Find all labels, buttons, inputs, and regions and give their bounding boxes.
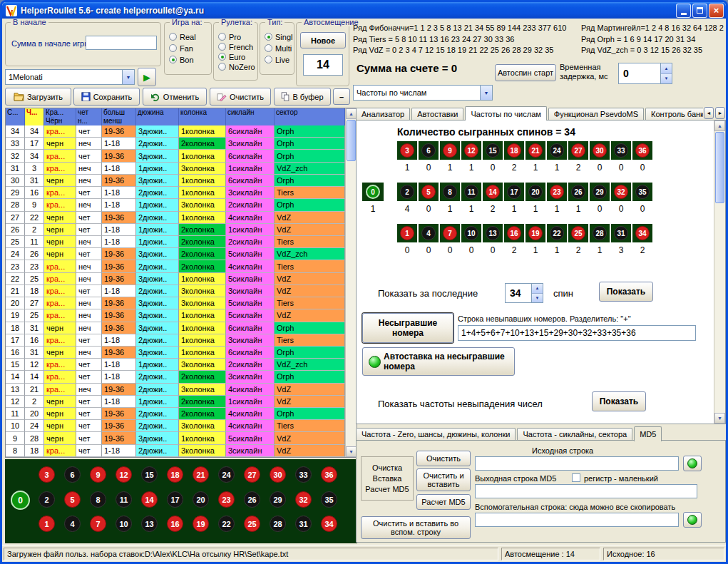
number-cell[interactable]: 17	[167, 491, 183, 508]
number-cell[interactable]: 31	[295, 516, 312, 532]
spin-down-icon[interactable]: ▼	[661, 74, 672, 84]
column-header[interactable]: чет	[76, 108, 102, 117]
number-cell[interactable]: 20	[193, 491, 209, 508]
number-cell[interactable]: 7	[90, 516, 106, 532]
clear-button[interactable]: Очистить	[210, 88, 271, 106]
close-button[interactable]: ×	[709, 4, 724, 18]
missed-numbers-button[interactable]: Несыгравшие номера	[362, 313, 453, 343]
scroll-down-icon[interactable]: ▼	[714, 413, 725, 424]
number-cell[interactable]: 26	[244, 491, 260, 508]
md5-clear-paste-button[interactable]: Очистить и вставить	[416, 468, 471, 491]
tab-scroll-left-icon[interactable]: ◄	[704, 107, 714, 119]
history-row[interactable]: 34 34 кра... чет 19-36 3дюжи.. 1колонка …	[6, 125, 345, 138]
spin-up-icon[interactable]: ▲	[661, 63, 672, 74]
tab[interactable]: Частота - Zero, шансы, дюжины, колонки	[356, 428, 516, 441]
register-checkbox[interactable]	[572, 473, 580, 482]
history-row[interactable]: 19 25 кра... неч 19-36 3дюжи.. 1колонка …	[6, 309, 345, 322]
column-header[interactable]: Ч...	[25, 108, 44, 117]
number-cell[interactable]: 36	[321, 466, 337, 483]
save-button[interactable]: Сохранить	[73, 88, 140, 106]
column-header[interactable]: колонка	[179, 108, 226, 117]
new-shift-button[interactable]: Новое	[300, 32, 346, 48]
number-cell[interactable]: 28	[270, 516, 286, 532]
md5-output-input[interactable]	[475, 484, 697, 498]
titlebar[interactable]: HelperRoullet 5.6- create helperroullet@…	[2, 2, 726, 19]
scroll-thumb[interactable]	[715, 132, 724, 203]
tab[interactable]: Частота - сиклайны, сектора	[517, 428, 632, 441]
md5-clear-paste-aux-button[interactable]: Очистить и вставить во вспом. строку	[361, 516, 471, 539]
column-header[interactable]: сиклайн	[226, 108, 275, 117]
show-nofall-button[interactable]: Показать	[592, 391, 646, 411]
history-row[interactable]: 29 16 кра... чет 1-18 2дюжи.. 1колонка 3…	[6, 187, 345, 199]
history-row[interactable]: 8 18 кра... чет 1-18 2дюжи.. 3колонка 3с…	[6, 445, 345, 457]
show-last-spinner[interactable]: 34 ▲ ▼	[505, 283, 543, 303]
history-row[interactable]: 23 23 кра... неч 19-36 2дюжи.. 2колонка …	[6, 260, 345, 272]
number-cell[interactable]: 25	[244, 516, 260, 532]
history-row[interactable]: 25 11 черн неч 1-18 1дюжи.. 2колонка 2си…	[6, 236, 345, 248]
history-row[interactable]: 13 21 кра... неч 19-36 2дюжи.. 3колонка …	[6, 384, 345, 396]
mode-combo[interactable]: Частоты по числам ▼	[353, 85, 493, 101]
md5-aux-ball-button[interactable]	[683, 512, 702, 528]
number-cell[interactable]: 2	[39, 491, 55, 508]
md5-clear-button[interactable]: Очистить	[416, 451, 471, 466]
history-row[interactable]: 11 20 черн чет 19-36 2дюжи.. 2колонка 4с…	[6, 408, 345, 420]
md5-calc-button[interactable]: Расчет MD5	[416, 494, 471, 510]
number-cell[interactable]: 21	[193, 466, 209, 483]
number-cell[interactable]: 16	[167, 516, 183, 532]
number-cell[interactable]: 14	[141, 491, 158, 508]
number-cell[interactable]: 3	[39, 466, 55, 483]
md5-aux-input[interactable]	[475, 513, 679, 527]
history-row[interactable]: 18 31 черн неч 19-36 3дюжи.. 1колонка 6с…	[6, 322, 345, 334]
spin-up-icon[interactable]: ▲	[532, 284, 543, 294]
history-row[interactable]: 15 12 кра... чет 1-18 1дюжи.. 3колонка 2…	[6, 359, 345, 371]
spin-down-icon[interactable]: ▼	[532, 294, 543, 303]
number-cell[interactable]: 13	[141, 516, 158, 532]
history-row[interactable]: 12 2 черн чет 1-18 1дюжи.. 2колонка 1сик…	[6, 396, 345, 408]
number-cell[interactable]: 27	[244, 466, 260, 483]
history-row[interactable]: 20 27 кра... неч 19-36 3дюжи.. 3колонка …	[6, 297, 345, 309]
preset-combo[interactable]: 1Melonati ▼	[5, 69, 135, 85]
number-cell[interactable]: 8	[90, 491, 106, 508]
combo-dropdown-icon[interactable]: ▼	[480, 86, 492, 100]
scroll-up-icon[interactable]: ▲	[346, 108, 357, 119]
history-row[interactable]: 10 24 черн чет 19-36 2дюжи.. 3колонка 4с…	[6, 420, 345, 432]
number-cell[interactable]: 29	[270, 491, 286, 508]
number-cell[interactable]: 23	[218, 491, 235, 508]
history-row[interactable]: 17 16 кра... чет 1-18 2дюжи.. 1колонка 3…	[6, 334, 345, 347]
undo-button[interactable]: Отменить	[143, 88, 207, 106]
scroll-up-icon[interactable]: ▲	[714, 121, 725, 131]
number-cell[interactable]: 9	[90, 466, 106, 483]
show-last-button[interactable]: Показать	[599, 282, 653, 302]
number-cell[interactable]: 18	[167, 466, 183, 483]
history-row[interactable]: 9 28 черн чет 19-36 3дюжи.. 1колонка 5си…	[6, 432, 345, 444]
number-cell[interactable]: 30	[270, 466, 286, 483]
minimize-button[interactable]	[676, 4, 691, 18]
column-header[interactable]: дюжина	[136, 108, 179, 117]
delay-spinner[interactable]: 0 ▲ ▼	[618, 63, 672, 84]
column-header[interactable]: Кра...	[44, 108, 76, 117]
tab[interactable]: Анализатор	[356, 108, 410, 121]
number-cell[interactable]: 19	[193, 516, 209, 532]
number-cell[interactable]: 15	[141, 466, 158, 483]
history-row[interactable]: 22 25 кра... неч 19-36 3дюжи.. 1колонка …	[6, 273, 345, 285]
history-row[interactable]: 24 26 черн чет 19-36 3дюжи.. 2колонка 5с…	[6, 248, 345, 260]
radio-option[interactable]: Singl	[265, 32, 292, 41]
number-cell[interactable]: 4	[64, 516, 81, 532]
number-cell[interactable]: 10	[116, 516, 132, 532]
missed-numbers-input[interactable]	[458, 325, 696, 341]
collapse-button[interactable]: –	[333, 88, 350, 105]
number-cell[interactable]: 11	[116, 491, 132, 508]
number-cell[interactable]: 34	[321, 516, 337, 532]
history-row[interactable]: 16 31 черн неч 19-36 3дюжи.. 1колонка 6с…	[6, 347, 345, 359]
number-cell[interactable]: 6	[64, 466, 81, 483]
md5-source-input[interactable]	[475, 456, 679, 471]
radio-option[interactable]: Pro	[218, 32, 255, 41]
md5-source-ball-button[interactable]	[683, 456, 702, 471]
maximize-button[interactable]	[692, 4, 707, 18]
number-cell[interactable]: 22	[218, 516, 235, 532]
number-cell[interactable]: 32	[295, 491, 312, 508]
history-row[interactable]: 32 34 кра... чет 19-36 3дюжи.. 1колонка …	[6, 150, 345, 162]
panel-scrollbar[interactable]: ▲ ▼	[714, 121, 725, 424]
tab-scroll-right-icon[interactable]: ►	[715, 107, 725, 119]
tab[interactable]: Функционал PsevdoMS	[548, 108, 644, 121]
